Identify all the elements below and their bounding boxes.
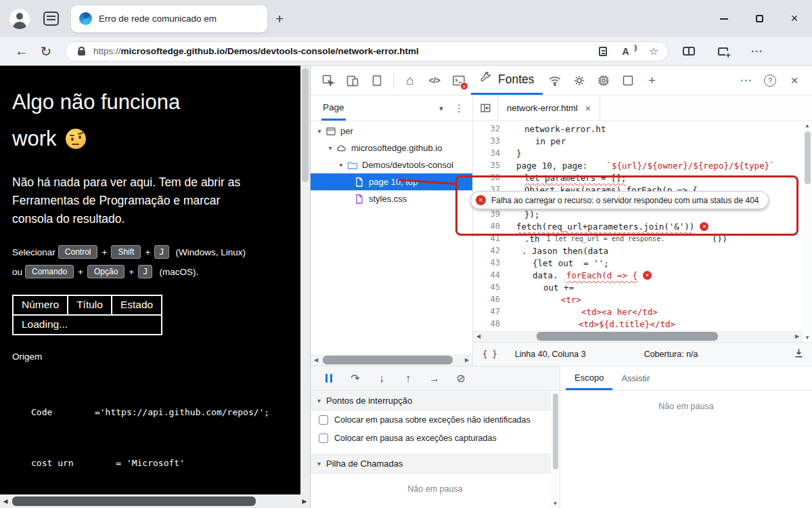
profile-avatar[interactable] [9, 9, 30, 29]
favorite-star-icon[interactable]: ☆ [650, 45, 658, 58]
code-line[interactable]: 40fetch(req_url+parameters.join('&')) [473, 220, 803, 232]
line-number[interactable]: 44 [473, 270, 508, 280]
scroll-down-icon[interactable]: ▼ [805, 333, 810, 342]
pause-caught-row[interactable]: Colocar em pausa as exceções capturadas [311, 429, 560, 447]
scroll-right-icon[interactable]: ▶ [299, 498, 310, 505]
line-number[interactable]: 39 [473, 209, 508, 219]
tab-actions-icon[interactable] [43, 12, 59, 26]
navigator-collapse-icon[interactable] [473, 102, 497, 114]
minimize-button[interactable] [706, 0, 742, 37]
tab-scope[interactable]: Escopo [566, 366, 612, 390]
code-line[interactable]: 46<tr> [473, 293, 803, 305]
more-options-icon[interactable]: ⋮ [454, 102, 464, 114]
tree-item-folder[interactable]: ▾ Demos/devtools-consol [311, 156, 472, 173]
horizontal-scrollbar[interactable]: ◀ ▶ [0, 494, 310, 508]
callstack-section-header[interactable]: ▾ Pilha de Chamadas [311, 454, 560, 473]
line-number[interactable]: 34 [473, 148, 508, 158]
back-button[interactable]: ← [9, 40, 34, 63]
code-line[interactable]: 34} [473, 147, 803, 159]
collections-icon[interactable] [710, 40, 735, 63]
code-line[interactable]: 35page 10, page:`${url}/${owner}/${repo}… [473, 159, 803, 171]
code-line[interactable]: 39}); [473, 208, 803, 220]
scrollbar-thumb[interactable] [553, 394, 558, 469]
tab-watch[interactable]: Assistir [612, 366, 658, 390]
editor-file-tab[interactable]: network-error.html × [497, 96, 600, 121]
line-number[interactable]: 45 [473, 282, 508, 292]
line-number[interactable]: 36 [473, 173, 508, 182]
scrollbar-thumb[interactable] [537, 332, 718, 341]
scrollbar-thumb[interactable] [12, 496, 256, 506]
maximize-button[interactable] [742, 0, 777, 37]
address-bar[interactable]: https://microsoftedge.github.io/Demos/de… [65, 41, 669, 62]
scroll-right-icon[interactable]: ▶ [792, 333, 803, 339]
scrollbar-thumb[interactable] [302, 68, 309, 182]
pause-uncaught-row[interactable]: Colocar em pausa sobre exceções não iden… [311, 410, 560, 429]
inspect-element-icon[interactable] [316, 68, 340, 93]
code-line[interactable]: 41.th1 let req_url = end response.()) [473, 232, 803, 245]
step-icon[interactable]: → [427, 371, 442, 386]
more-tools-icon[interactable]: + [640, 68, 664, 93]
collapse-arrow-icon[interactable]: ▾ [317, 397, 321, 404]
expand-arrow-icon[interactable]: ▾ [325, 144, 335, 152]
browser-tab[interactable]: Erro de rede comunicado em [71, 5, 267, 33]
code-editor[interactable]: 32network-error.ht 33in per 34} 35page 1… [473, 121, 803, 331]
line-number[interactable]: 40 [473, 221, 508, 231]
breakpoints-section-header[interactable]: ▾ Pontos de interrupção [311, 391, 560, 410]
performance-tab-icon[interactable] [567, 68, 591, 93]
line-number[interactable]: 42 [473, 246, 508, 255]
close-button[interactable]: × [777, 0, 812, 37]
vertical-scrollbar[interactable]: ▼ [551, 391, 560, 508]
network-tab-icon[interactable] [543, 68, 567, 93]
settings-more-icon[interactable]: ⋯ [744, 40, 769, 63]
memory-tab-icon[interactable] [591, 68, 616, 93]
line-number[interactable]: 33 [473, 136, 508, 146]
scroll-up-icon[interactable]: ▲ [805, 121, 810, 130]
vertical-scrollbar[interactable] [300, 66, 310, 494]
read-aloud-icon[interactable]: A [622, 46, 634, 57]
vertical-scrollbar[interactable]: ▲ ▼ [803, 121, 812, 342]
expand-arrow-icon[interactable]: ▾ [336, 161, 346, 169]
horizontal-scrollbar[interactable]: ◀ ▶ [311, 354, 472, 366]
collapse-arrow-icon[interactable]: ▾ [317, 460, 321, 467]
devtools-more-icon[interactable]: ⋯ [734, 68, 758, 93]
line-number[interactable]: 47 [473, 307, 508, 316]
reader-icon[interactable] [599, 47, 607, 56]
devtools-close-icon[interactable]: × [782, 68, 807, 93]
frame-select-icon[interactable] [365, 68, 389, 93]
line-number[interactable]: 35 [473, 161, 508, 170]
line-number[interactable]: 41 [473, 234, 508, 243]
checkbox[interactable] [319, 433, 328, 443]
code-line[interactable]: 32network-error.ht [473, 123, 803, 135]
step-into-icon[interactable]: ↓ [374, 371, 389, 386]
tree-item-origin[interactable]: ▾ microsoftedge.github.io [311, 140, 472, 156]
code-line[interactable]: 33in per [473, 135, 803, 147]
application-tab-icon[interactable] [616, 68, 640, 93]
error-icon[interactable] [643, 271, 652, 280]
error-icon[interactable] [700, 222, 708, 231]
lock-icon[interactable] [78, 50, 85, 56]
console-tab-icon[interactable] [447, 68, 471, 93]
code-line[interactable]: 42. Jason then(data [473, 245, 803, 257]
download-icon[interactable] [792, 347, 805, 362]
tab-sources[interactable]: Fontes [471, 66, 543, 95]
split-screen-icon[interactable] [677, 40, 701, 63]
tree-item-styles[interactable]: styles.css [311, 190, 472, 207]
step-over-icon[interactable]: ↷ [348, 371, 363, 386]
scroll-left-icon[interactable]: ◀ [0, 498, 11, 505]
welcome-home-icon[interactable]: ⌂ [398, 68, 422, 93]
tab-page[interactable]: Page [321, 96, 346, 121]
code-line[interactable]: 45out += [473, 281, 803, 293]
scroll-right-icon[interactable]: ▶ [461, 357, 472, 363]
pause-icon[interactable] [321, 371, 336, 386]
device-emulation-icon[interactable] [340, 68, 365, 93]
code-line[interactable]: 48<td>${d.title}</td> [473, 318, 803, 330]
code-line[interactable]: 43{let out = ''; [473, 257, 803, 269]
code-line[interactable]: 36let parameters = []; [473, 171, 803, 184]
pretty-print-button[interactable]: { } [482, 350, 497, 359]
code-line[interactable]: 47<td><a her</td> [473, 305, 803, 318]
devtools-help-icon[interactable]: ? [758, 68, 782, 93]
checkbox[interactable] [319, 415, 328, 425]
scroll-left-icon[interactable]: ◀ [473, 333, 484, 339]
new-tab-button[interactable]: + [275, 11, 284, 27]
horizontal-scrollbar[interactable]: ◀ ▶ [473, 331, 803, 342]
